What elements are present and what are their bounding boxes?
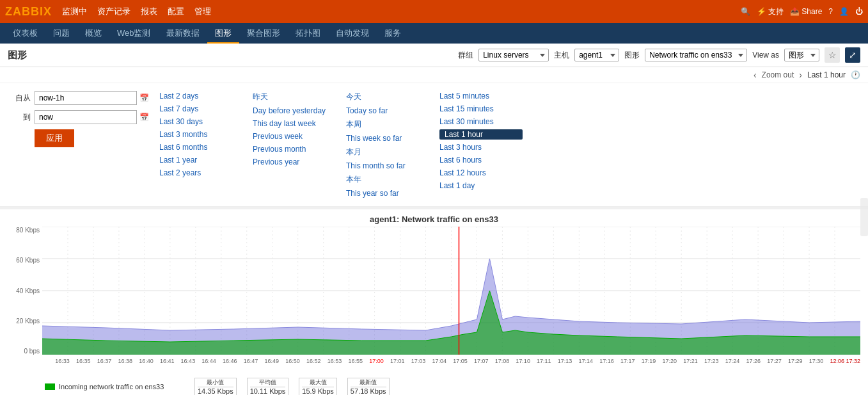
chart-legend: Incoming network traffic on ens33 最小值 14… <box>8 374 860 395</box>
search-icon[interactable]: 🔍 <box>741 7 750 16</box>
x-label: 17:17 <box>620 358 635 373</box>
subnav-discovery[interactable]: 自动发现 <box>328 23 377 44</box>
quick-last-15-min[interactable]: Last 15 minutes <box>439 104 523 114</box>
zoom-current: Last 1 hour <box>807 70 846 79</box>
to-calendar-icon[interactable]: 📅 <box>139 113 149 122</box>
quick-last-1-day[interactable]: Last 1 day <box>439 181 523 191</box>
quick-today-so-far[interactable]: Today so far <box>346 106 429 116</box>
support-link[interactable]: ⚡ 支持 <box>757 6 784 17</box>
stat-label: 最新值 <box>351 378 386 387</box>
subnav-dashboard[interactable]: 仪表板 <box>5 23 45 44</box>
zoom-next-arrow[interactable]: › <box>799 70 802 80</box>
x-label: 16:50 <box>285 358 300 373</box>
subnav-problems[interactable]: 问题 <box>45 23 77 44</box>
quick-day-before-yesterday[interactable]: Day before yesterday <box>253 106 336 116</box>
zoom-prev-arrow[interactable]: ‹ <box>754 70 757 80</box>
y-axis: 80 Kbps 60 Kbps 40 Kbps 20 Kbps 0 bps <box>8 227 42 355</box>
logo-z: Z <box>5 5 13 18</box>
quick-last-3-hours[interactable]: Last 3 hours <box>439 142 523 152</box>
zoom-out-label[interactable]: Zoom out <box>762 70 794 79</box>
x-axis: 16:32 16:33 16:35 16:37 16:38 16:40 16:4… <box>42 357 860 374</box>
quick-last-30-min[interactable]: Last 30 minutes <box>439 117 523 127</box>
quick-last-2-years[interactable]: Last 2 years <box>159 168 242 178</box>
power-icon[interactable]: ⏻ <box>855 7 863 16</box>
quick-previous-week[interactable]: Previous week <box>253 131 336 141</box>
subnav-services[interactable]: 服务 <box>377 23 409 44</box>
help-icon[interactable]: ? <box>828 7 833 16</box>
quick-this-week[interactable]: 本周 <box>346 118 429 131</box>
quick-previous-year[interactable]: Previous year <box>253 157 336 167</box>
quick-today[interactable]: 今天 <box>346 91 429 103</box>
quick-this-month-so-far[interactable]: This month so far <box>346 161 429 171</box>
x-label: 17:29 <box>788 358 803 373</box>
chart-title: agent1: Network traffic on ens33 <box>8 214 860 224</box>
quick-last-12-hours[interactable]: Last 12 hours <box>439 168 523 178</box>
nav-monitor[interactable]: 监测中 <box>62 6 87 17</box>
quick-this-year-so-far[interactable]: This year so far <box>346 188 429 198</box>
apply-button[interactable]: 应用 <box>35 129 74 147</box>
nav-reports[interactable]: 报表 <box>141 6 157 17</box>
user-icon[interactable]: 👤 <box>839 7 849 16</box>
quick-last-7-days[interactable]: Last 7 days <box>159 104 242 114</box>
quick-last-30-days[interactable]: Last 30 days <box>159 117 242 127</box>
quick-this-month[interactable]: 本月 <box>346 146 429 158</box>
quick-last-6-hours[interactable]: Last 6 hours <box>439 155 523 165</box>
from-input[interactable] <box>35 91 137 105</box>
legend-stat: 最大值 15.9 Kbps <box>299 378 337 395</box>
x-label: 16:46 <box>223 358 237 373</box>
legend-incoming-label: Incoming network traffic on ens33 <box>59 383 187 391</box>
legend-stat: 最小值 14.35 Kbps <box>194 378 237 395</box>
quick-this-day-last-week[interactable]: This day last week <box>253 118 336 129</box>
subnav-latest[interactable]: 最新数据 <box>159 23 207 44</box>
x-label: 16:53 <box>327 358 342 373</box>
expand-button[interactable]: ⤢ <box>845 47 860 63</box>
host-select[interactable]: agent1 <box>574 49 619 61</box>
quick-previous-month[interactable]: Previous month <box>253 144 336 154</box>
to-input[interactable] <box>35 110 137 124</box>
subnav-graphs[interactable]: 图形 <box>207 23 239 44</box>
quick-links-col4: Last 5 minutes Last 15 minutes Last 30 m… <box>439 91 523 198</box>
x-label: 17:13 <box>558 358 572 373</box>
x-label: 17:00 <box>369 358 384 373</box>
subnav-topology[interactable]: 拓扑图 <box>288 23 328 44</box>
graph-select[interactable]: Network traffic on ens33 <box>645 49 747 61</box>
subnav-web[interactable]: Web监测 <box>109 23 159 44</box>
subnav-overview[interactable]: 概览 <box>77 23 109 44</box>
stat-label: 最小值 <box>198 378 233 387</box>
y-label-80: 80 Kbps <box>8 227 40 234</box>
clock-icon[interactable]: 🕐 <box>851 70 860 79</box>
x-label: 17:14 <box>579 358 594 373</box>
quick-this-year[interactable]: 本年 <box>346 173 429 186</box>
nav-assets[interactable]: 资产记录 <box>97 6 130 17</box>
x-label: 17:05 <box>453 358 468 373</box>
nav-config[interactable]: 配置 <box>168 6 184 17</box>
favorite-button[interactable]: ☆ <box>825 47 840 63</box>
view-as-select[interactable]: 图形 <box>784 49 819 61</box>
quick-last-5-min[interactable]: Last 5 minutes <box>439 91 523 101</box>
x-label: 17:30 <box>809 358 824 373</box>
y-label-20: 20 Kbps <box>8 318 40 325</box>
host-label: 主机 <box>554 50 569 61</box>
quick-last-6-months[interactable]: Last 6 months <box>159 142 242 152</box>
subnav-aggregate[interactable]: 聚合图形 <box>239 23 288 44</box>
x-label: 17:26 <box>746 358 761 373</box>
quick-last-3-months[interactable]: Last 3 months <box>159 129 242 140</box>
quick-this-week-so-far[interactable]: This week so far <box>346 133 429 143</box>
quick-last-2-days[interactable]: Last 2 days <box>159 91 242 101</box>
scroll-indicator[interactable] <box>860 198 868 236</box>
x-label: 16:44 <box>201 358 216 373</box>
y-label-60: 60 Kbps <box>8 257 40 264</box>
page-title: 图形 <box>8 49 453 61</box>
x-label: 17:27 <box>767 358 782 373</box>
quick-last-1-hour[interactable]: Last 1 hour <box>439 129 523 140</box>
share-link[interactable]: 📤 Share <box>790 7 822 16</box>
quick-yesterday[interactable]: 昨天 <box>253 91 336 103</box>
x-label: 17:04 <box>432 358 446 373</box>
quick-last-1-year[interactable]: Last 1 year <box>159 155 242 165</box>
from-calendar-icon[interactable]: 📅 <box>139 93 149 102</box>
x-label: 17:24 <box>725 358 740 373</box>
group-select[interactable]: Linux servers <box>478 49 549 61</box>
nav-admin[interactable]: 管理 <box>194 6 211 17</box>
legend-incoming-stats: 最小值 14.35 Kbps 平均值 10.11 Kbps 最大值 15.9 K… <box>194 378 390 395</box>
x-label: 16:49 <box>265 358 280 373</box>
